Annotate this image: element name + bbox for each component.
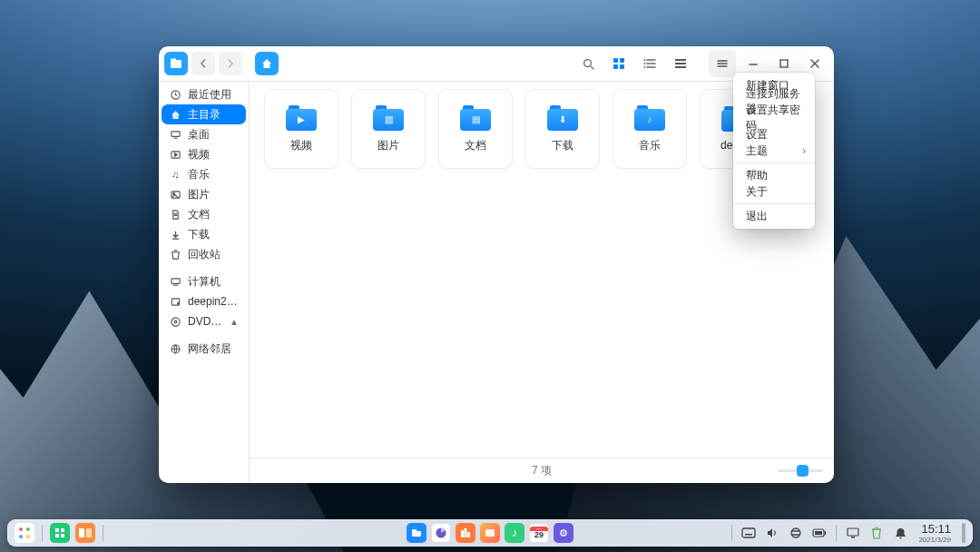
dock-separator	[731, 525, 732, 541]
dock-pinned-apps: ♪ —29	[407, 523, 573, 543]
svg-point-12	[644, 63, 646, 64]
sidebar-item-picture[interactable]: 图片	[162, 184, 246, 204]
view-grid-button[interactable]	[605, 50, 632, 77]
sidebar-item-label: 回收站	[188, 247, 239, 262]
back-button[interactable]	[191, 52, 215, 75]
svg-rect-14	[675, 59, 686, 61]
svg-rect-55	[745, 534, 752, 536]
eject-icon[interactable]: ▲	[230, 317, 239, 327]
globe-icon	[169, 342, 181, 355]
folder-icon: ♪	[634, 105, 665, 131]
folder-icon: ▶	[286, 105, 317, 131]
tray-network-icon[interactable]	[787, 524, 805, 542]
sidebar-item-download[interactable]: 下载	[162, 224, 246, 244]
svg-point-62	[899, 537, 901, 538]
menu-item[interactable]: 退出	[733, 208, 815, 224]
home-icon	[169, 108, 181, 121]
status-text: 7 项	[532, 463, 552, 478]
svg-point-13	[644, 66, 646, 68]
launcher-icon[interactable]	[15, 523, 34, 543]
folder-label: 视频	[290, 138, 312, 153]
menu-item[interactable]: 帮助	[733, 167, 815, 183]
tray-notification-icon[interactable]	[891, 524, 909, 542]
svg-rect-50	[467, 532, 470, 537]
dock: ♪ —29 15:11 2021/3/29	[7, 519, 973, 547]
dock-app-workspace[interactable]	[75, 523, 95, 543]
dock-file-manager[interactable]	[407, 523, 426, 543]
folder-tile[interactable]: ▧图片	[351, 89, 426, 169]
sidebar-item-label: 桌面	[188, 127, 239, 143]
menu-item[interactable]: 设置	[733, 126, 815, 143]
svg-rect-40	[61, 528, 64, 532]
dock-separator	[836, 525, 837, 541]
picture-icon	[169, 188, 181, 201]
view-detail-button[interactable]	[667, 50, 694, 77]
svg-point-33	[174, 320, 177, 323]
folder-tile[interactable]: ▶视频	[264, 89, 338, 169]
sidebar-item-doc[interactable]: 文档	[162, 204, 246, 224]
dock-store[interactable]	[456, 523, 475, 543]
svg-point-11	[644, 59, 646, 61]
menu-item-label: 设置	[746, 127, 768, 143]
sidebar-item-disk[interactable]: deepin20.2	[162, 291, 246, 311]
computer-icon	[169, 275, 181, 288]
menu-item-label: 主题	[746, 143, 768, 159]
dock-settings[interactable]	[554, 523, 573, 543]
svg-rect-16	[675, 66, 686, 68]
view-list-button[interactable]	[636, 50, 663, 77]
svg-point-56	[791, 528, 800, 537]
svg-rect-44	[86, 528, 92, 537]
sidebar-item-video[interactable]: 视频	[162, 144, 246, 164]
sidebar-item-globe[interactable]: 网络邻居	[162, 339, 246, 359]
sidebar-item-desktop[interactable]: 桌面	[162, 124, 246, 144]
dock-music[interactable]: ♪	[505, 523, 524, 543]
menu-separator	[733, 203, 815, 204]
folder-tile[interactable]: ▤文档	[438, 89, 513, 169]
sidebar-item-disc[interactable]: DVD-ROM 驱…▲	[162, 311, 246, 331]
tray-trash-icon[interactable]	[867, 524, 886, 542]
folder-label: 下载	[552, 138, 573, 153]
menu-item[interactable]: 主题	[733, 143, 815, 159]
menu-item-label: 退出	[746, 209, 768, 224]
menu-item[interactable]: 设置共享密码	[733, 110, 815, 126]
sidebar-item-trash[interactable]: 回收站	[162, 244, 246, 264]
svg-rect-42	[61, 534, 64, 537]
folder-tile[interactable]: ♪音乐	[612, 89, 687, 169]
sidebar-item-label: 主目录	[188, 107, 239, 123]
zoom-slider-handle[interactable]	[797, 465, 808, 477]
sidebar-item-home[interactable]: 主目录	[162, 104, 246, 124]
svg-rect-51	[485, 529, 495, 537]
dock-image-viewer[interactable]	[480, 523, 500, 543]
sidebar-item-clock[interactable]: 最近使用	[162, 84, 246, 104]
tray-battery-icon[interactable]	[810, 524, 828, 542]
tray-keyboard-icon[interactable]	[740, 524, 758, 542]
sidebar-item-label: 视频	[188, 147, 239, 163]
dock-browser[interactable]	[431, 523, 451, 543]
dock-calendar[interactable]: —29	[529, 523, 549, 543]
sidebar-item-computer[interactable]: 计算机	[162, 271, 246, 291]
home-button[interactable]	[255, 52, 279, 75]
music-icon: ♫	[169, 168, 181, 181]
clock[interactable]: 15:11 2021/3/29	[918, 523, 951, 544]
tray-desktop-icon[interactable]	[844, 524, 862, 542]
svg-line-3	[590, 65, 593, 68]
sidebar-item-label: 图片	[188, 187, 239, 202]
folder-tile[interactable]: ⬇下载	[525, 89, 600, 169]
svg-point-2	[583, 59, 591, 66]
hamburger-menu-button[interactable]	[709, 50, 736, 77]
dock-app-multitask[interactable]	[50, 523, 70, 543]
svg-point-37	[19, 535, 23, 538]
clock-time: 15:11	[921, 523, 951, 535]
sidebar-item-label: deepin20.2	[188, 295, 239, 308]
menu-item[interactable]: 关于	[733, 183, 815, 200]
sidebar-item-label: 下载	[188, 227, 239, 242]
sidebar-item-label: 网络邻居	[188, 341, 239, 357]
trash-icon	[169, 248, 181, 261]
search-button[interactable]	[574, 50, 602, 77]
svg-rect-21	[780, 60, 788, 67]
sidebar-item-music[interactable]: ♫音乐	[162, 164, 246, 184]
svg-rect-46	[412, 529, 416, 532]
forward-button[interactable]	[219, 52, 242, 75]
dock-resize-handle[interactable]	[962, 523, 965, 543]
tray-volume-icon[interactable]	[763, 524, 781, 542]
